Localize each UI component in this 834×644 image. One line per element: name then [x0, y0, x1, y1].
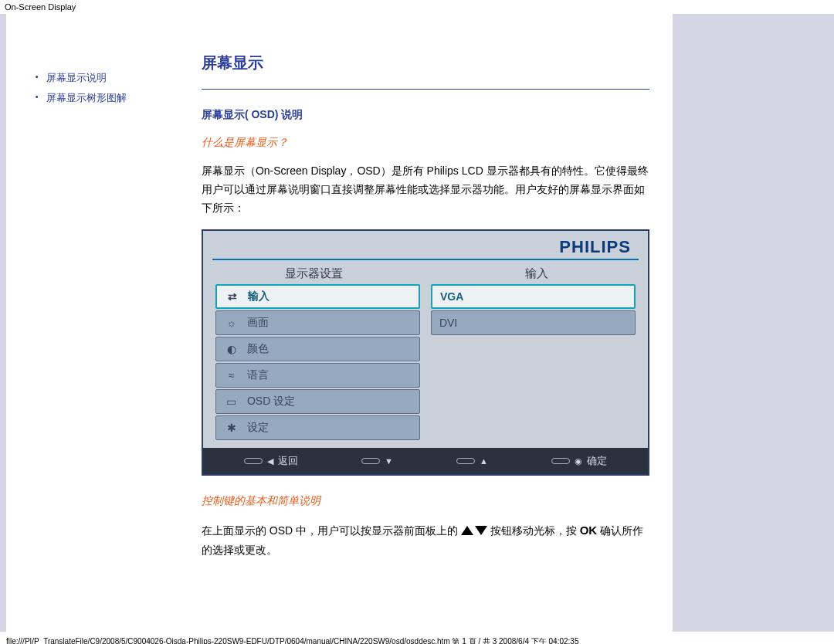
osd-header-left: 显示器设置	[203, 266, 425, 281]
page-wrap: 屏幕显示说明 屏幕显示树形图解 屏幕显示 屏幕显示( OSD) 说明 什么是屏幕…	[0, 14, 834, 632]
setup-icon: ✱	[224, 420, 239, 436]
ok-text-icon: OK	[580, 524, 598, 537]
osd-left-item: ▭ OSD 设定	[215, 389, 420, 414]
osd-column-headers: 显示器设置 输入	[203, 263, 648, 284]
osd-down-button: ▼	[361, 456, 393, 466]
osd-ok-button: ◉ 确定	[551, 454, 607, 468]
osd-left-label: 画面	[247, 316, 269, 330]
osd-left-label: 输入	[248, 290, 270, 303]
button-pill-icon	[361, 458, 380, 464]
osd-back-label: 返回	[278, 454, 298, 468]
osd-right-item: VGA	[431, 284, 636, 309]
paragraph-controls-a: 在上面显示的 OSD 中，用户可以按显示器前面板上的	[202, 524, 461, 537]
circle-icon: ◉	[575, 456, 582, 466]
osd-row-input: ⇄ 输入 VGA	[215, 284, 636, 309]
left-arrow-icon: ◀	[267, 456, 273, 466]
osd-left-item: ≈ 语言	[215, 363, 420, 388]
osd-left-label: 语言	[247, 368, 269, 382]
button-pill-icon	[456, 458, 475, 464]
osd-right-label: VGA	[440, 290, 463, 303]
osd-left-label: OSD 设定	[247, 395, 295, 408]
right-decorative-stripe	[673, 14, 834, 632]
osd-row-osd-settings: ▭ OSD 设定	[215, 389, 636, 414]
paragraph-intro: 屏幕显示（On-Screen Display，OSD）是所有 Philips L…	[202, 162, 649, 217]
osd-left-label: 颜色	[247, 342, 269, 356]
osd-left-item: ⇄ 输入	[215, 284, 420, 309]
osd-back-button: ◀ 返回	[244, 454, 298, 468]
osd-settings-icon: ▭	[224, 394, 239, 409]
brand-logo: PHILIPS	[203, 231, 648, 259]
sidebar-nav: 屏幕显示说明 屏幕显示树形图解	[32, 14, 194, 632]
osd-screenshot: PHILIPS 显示器设置 输入 ⇄ 输入 VGA	[202, 229, 649, 476]
osd-body: ⇄ 输入 VGA ☼ 画面 DVI	[203, 284, 648, 440]
brand-underline	[212, 259, 639, 260]
osd-left-item: ☼ 画面	[215, 310, 420, 335]
osd-row-color: ◐ 颜色	[215, 337, 636, 361]
subheading-controls: 控制键的基本和简单说明	[202, 494, 649, 508]
paragraph-controls-b: 按钮移动光标，按	[490, 524, 580, 537]
language-icon: ≈	[224, 368, 239, 383]
color-icon: ◐	[224, 341, 239, 357]
main-content: 屏幕显示 屏幕显示( OSD) 说明 什么是屏幕显示？ 屏幕显示（On-Scre…	[194, 14, 673, 632]
sidebar-link[interactable]: 屏幕显示树形图解	[46, 92, 127, 103]
picture-icon: ☼	[224, 315, 239, 330]
up-arrow-icon: ▲	[480, 456, 488, 466]
sidebar-item-osd-tree[interactable]: 屏幕显示树形图解	[32, 88, 194, 108]
osd-up-button: ▲	[456, 456, 488, 466]
osd-right-label: DVI	[439, 317, 457, 329]
paragraph-controls: 在上面显示的 OSD 中，用户可以按显示器前面板上的 按钮移动光标，按 OK 确…	[202, 520, 649, 559]
sidebar-item-osd-desc[interactable]: 屏幕显示说明	[32, 68, 194, 88]
subheading-what-is-osd: 什么是屏幕显示？	[202, 136, 649, 150]
osd-bottom-bar: ◀ 返回 ▼ ▲ ◉ 确定	[203, 448, 648, 474]
osd-header-right: 输入	[425, 266, 648, 281]
osd-ok-label: 确定	[587, 454, 607, 468]
title-divider	[202, 89, 649, 90]
osd-left-label: 设定	[247, 421, 269, 435]
osd-left-item: ✱ 设定	[215, 415, 420, 440]
page-header-label: On-Screen Display	[0, 0, 834, 14]
osd-left-item: ◐ 颜色	[215, 337, 420, 361]
osd-row-picture: ☼ 画面 DVI	[215, 310, 636, 335]
section-title: 屏幕显示( OSD) 说明	[202, 108, 649, 122]
button-pill-icon	[551, 458, 570, 464]
osd-row-setup: ✱ 设定	[215, 415, 636, 440]
page-title: 屏幕显示	[202, 53, 649, 73]
footer-path: file:///P|/P_TranslateFile/C9/2008/5/C90…	[0, 632, 834, 644]
sidebar-link[interactable]: 屏幕显示说明	[46, 72, 107, 83]
osd-row-language: ≈ 语言	[215, 363, 636, 388]
left-decorative-stripe	[0, 14, 32, 632]
input-icon: ⇄	[225, 289, 240, 304]
up-down-arrows-icon	[461, 523, 487, 541]
osd-right-item: DVI	[431, 310, 636, 335]
button-pill-icon	[244, 458, 263, 464]
down-arrow-icon: ▼	[385, 456, 393, 466]
